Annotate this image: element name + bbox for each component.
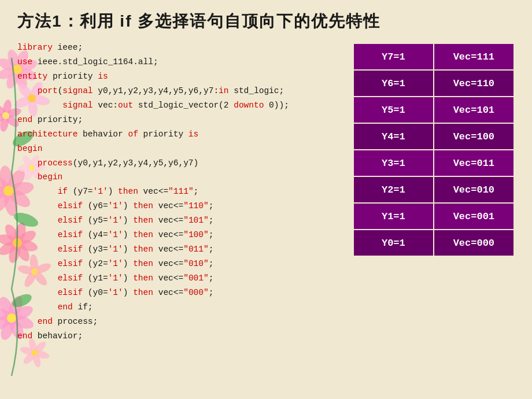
page-title: 方法1：利用 if 多选择语句自顶向下的优先特性 <box>17 10 515 32</box>
code-block: library ieee; use ieee.std_logic_1164.al… <box>17 40 341 343</box>
code-line-15: elsif (y3='1') then vec<="011"; <box>17 242 341 257</box>
code-line-11: if (y7='1') then vec<="111"; <box>17 184 341 199</box>
code-line-5: signal vec:out std_logic_vector(2 downto… <box>17 98 341 113</box>
code-line-16: elsif (y2='1') then vec<="010"; <box>17 257 341 271</box>
code-line-17: elsif (y1='1') then vec<="001"; <box>17 271 341 286</box>
code-line-9: process(y0,y1,y2,y3,y4,y5,y6,y7) <box>17 156 341 171</box>
table-row: Y0=1Vec=000 <box>353 230 514 256</box>
table-row: Y1=1Vec=001 <box>353 203 514 230</box>
table-row: Y7=1Vec=111 <box>353 43 514 70</box>
svg-point-64 <box>34 349 50 360</box>
code-line-8: begin <box>17 142 341 156</box>
table-cell-output: Vec=000 <box>434 230 514 256</box>
table-cell-output: Vec=001 <box>434 203 514 230</box>
code-line-7: architecture behavior of priority is <box>17 127 341 142</box>
code-line-2: use ieee.std_logic_1164.all; <box>17 55 341 69</box>
table-cell-input: Y4=1 <box>353 123 434 150</box>
code-line-6: end priority; <box>17 113 341 127</box>
table-cell-input: Y0=1 <box>353 230 434 256</box>
svg-point-65 <box>31 352 42 368</box>
table-row: Y5=1Vec=101 <box>353 97 514 123</box>
table-row: Y6=1Vec=110 <box>353 70 514 97</box>
table-cell-input: Y1=1 <box>353 203 434 230</box>
truth-table: Y7=1Vec=111Y6=1Vec=110Y5=1Vec=101Y4=1Vec… <box>353 43 515 257</box>
main-area: library ieee; use ieee.std_logic_1164.al… <box>17 40 515 343</box>
code-line-10: begin <box>17 170 341 184</box>
table-cell-output: Vec=010 <box>434 176 514 203</box>
code-line-19: end if; <box>17 300 341 315</box>
table-cell-output: Vec=100 <box>434 123 514 150</box>
main-container: 方法1：利用 if 多选择语句自顶向下的优先特性 library ieee; u… <box>0 0 532 349</box>
code-line-1: library ieee; <box>17 40 341 55</box>
table-cell-input: Y6=1 <box>353 70 434 97</box>
code-line-4: port(signal y0,y1,y2,y3,y4,y5,y6,y7:in s… <box>17 84 341 98</box>
svg-point-66 <box>21 350 37 366</box>
code-line-20: end process; <box>17 315 341 329</box>
code-line-3: entity priority is <box>17 69 341 84</box>
code-line-21: end behavior; <box>17 329 341 343</box>
code-line-13: elsif (y5='1') then vec<="101"; <box>17 213 341 228</box>
table-cell-output: Vec=110 <box>434 70 514 97</box>
code-line-14: elsif (y4='1') then vec<="100"; <box>17 228 341 242</box>
table-cell-input: Y5=1 <box>353 97 434 123</box>
table-cell-output: Vec=111 <box>434 43 514 70</box>
table-row: Y4=1Vec=100 <box>353 123 514 150</box>
table-cell-input: Y2=1 <box>353 176 434 203</box>
svg-point-68 <box>31 349 38 356</box>
code-line-18: elsif (y0='1') then vec<="000"; <box>17 286 341 300</box>
table-cell-output: Vec=011 <box>434 150 514 176</box>
code-line-12: elsif (y6='1') then vec<="110"; <box>17 199 341 213</box>
table-cell-input: Y3=1 <box>353 150 434 176</box>
table-row: Y2=1Vec=010 <box>353 176 514 203</box>
table-cell-input: Y7=1 <box>353 43 434 70</box>
table-cell-output: Vec=101 <box>434 97 514 123</box>
table-row: Y3=1Vec=011 <box>353 150 514 176</box>
